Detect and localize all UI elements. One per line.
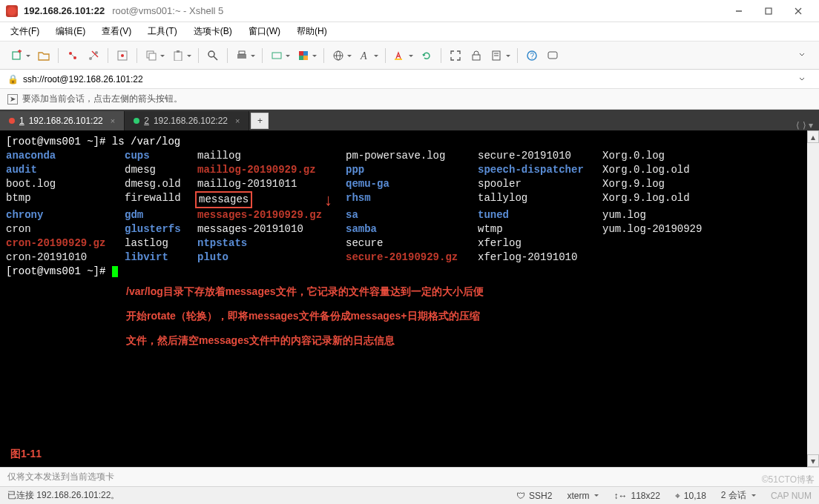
- compose-button[interactable]: [543, 46, 562, 65]
- status-sessions[interactable]: 2 会话: [721, 489, 756, 502]
- ls-row: cron-20190929.gzlastlogntpstatssecurexfe…: [6, 236, 801, 251]
- scroll-down-button[interactable]: ▾: [807, 454, 819, 467]
- menu-window[interactable]: 窗口(W): [246, 24, 283, 39]
- compose-bar[interactable]: 仅将文本发送到当前选项卡 ↕: [0, 467, 819, 486]
- ls-cell: Xorg.9.log.old: [602, 191, 690, 208]
- ls-cell: sa: [346, 208, 478, 222]
- svg-rect-40: [548, 52, 557, 59]
- status-protocol: 🛡SSH2: [516, 491, 552, 501]
- svg-rect-19: [177, 50, 180, 53]
- toolbar: A ?: [0, 42, 819, 70]
- prompt: [root@vms001 ~]#: [6, 136, 105, 147]
- separator: [198, 48, 199, 63]
- svg-rect-23: [239, 51, 245, 54]
- hintbar: ➤ 要添加当前会话，点击左侧的箭头按钮。: [0, 89, 819, 110]
- compose-resize-icon[interactable]: ↕: [807, 472, 812, 483]
- address-dropdown-button[interactable]: [792, 70, 812, 89]
- tab-add-button[interactable]: +: [251, 113, 269, 129]
- maximize-button[interactable]: [754, 1, 783, 21]
- tab-session-2[interactable]: 2 192.168.26.102:22 ×: [125, 111, 249, 130]
- ls-cell: yum.log-20190929: [602, 222, 702, 236]
- ls-cell: Xorg.0.log.old: [602, 163, 690, 177]
- figure-label: 图1-11: [10, 447, 42, 461]
- ls-row: chronygdmmessages-20190929.gzsatunedyum.…: [6, 208, 801, 222]
- fullscreen-button[interactable]: [446, 46, 465, 65]
- minimize-button[interactable]: [724, 1, 754, 21]
- svg-rect-27: [299, 56, 303, 60]
- svg-rect-34: [473, 55, 480, 60]
- tab-close-icon[interactable]: ×: [235, 116, 240, 125]
- annotation: /var/log目录下存放着messages文件，它记录的文件容量达到一定的大小…: [126, 285, 645, 358]
- compose-placeholder: 仅将文本发送到当前选项卡: [7, 471, 114, 483]
- paste-button[interactable]: [168, 46, 194, 65]
- tab-close-icon[interactable]: ×: [111, 116, 115, 125]
- properties-button[interactable]: [113, 46, 132, 65]
- ls-cell: maillog: [197, 149, 346, 163]
- log-button[interactable]: [487, 46, 513, 65]
- reconnect-button[interactable]: [63, 46, 82, 65]
- xftp-button[interactable]: [267, 46, 292, 65]
- arrow-icon[interactable]: ➤: [7, 94, 18, 105]
- scroll-track[interactable]: [807, 143, 819, 454]
- annotation-arrow-icon: ↓: [323, 194, 333, 208]
- tab-label: 192.168.26.101:22: [29, 116, 103, 126]
- menu-edit[interactable]: 编辑(E): [53, 24, 88, 39]
- copy-button[interactable]: [142, 46, 167, 65]
- scrollbar[interactable]: ▴ ▾: [807, 130, 819, 467]
- ls-cell: cron-20190929.gz: [6, 236, 125, 251]
- svg-rect-18: [174, 52, 182, 61]
- tab-nav-icon[interactable]: ⟨ ⟩ ▾: [790, 120, 819, 130]
- menu-tabs[interactable]: 选项卡(B): [191, 24, 235, 39]
- address-text[interactable]: ssh://root@192.168.26.101:22: [23, 74, 143, 84]
- ls-cell: wtmp: [478, 222, 602, 236]
- separator: [385, 48, 386, 63]
- refresh-button[interactable]: [417, 46, 436, 65]
- help-button[interactable]: ?: [522, 46, 542, 65]
- separator: [517, 48, 518, 63]
- svg-line-21: [214, 56, 217, 60]
- new-session-button[interactable]: [7, 46, 33, 65]
- status-cursor: ⌖ 10,18: [675, 491, 706, 501]
- open-button[interactable]: [34, 46, 53, 65]
- ls-cell: secure-20191010: [478, 149, 602, 163]
- ls-cell: dmesg: [125, 163, 197, 177]
- lock-button[interactable]: [467, 46, 486, 65]
- tab-session-1[interactable]: 1 192.168.26.101:22 ×: [0, 111, 125, 130]
- svg-text:A: A: [360, 50, 367, 62]
- ls-cell: maillog-20190929.gz: [197, 163, 346, 177]
- annotation-line-1: /var/log目录下存放着messages文件，它记录的文件容量达到一定的大小…: [126, 285, 645, 299]
- encoding-button[interactable]: [329, 46, 354, 65]
- status-connected: 已连接 192.168.26.101:22。: [7, 489, 119, 502]
- menu-file[interactable]: 文件(F): [7, 24, 42, 39]
- ls-cell: pluto: [197, 251, 346, 265]
- separator: [441, 48, 441, 63]
- menu-view[interactable]: 查看(V): [99, 24, 134, 39]
- disconnect-button[interactable]: [84, 46, 103, 65]
- prompt: [root@vms001 ~]#: [6, 265, 105, 277]
- title-suffix: root@vms001:~ - Xshell 5: [112, 5, 223, 16]
- ls-cell: Xorg.0.log: [602, 149, 665, 163]
- font-button[interactable]: A: [355, 46, 381, 65]
- svg-line-9: [71, 54, 74, 57]
- menu-help[interactable]: 帮助(H): [294, 24, 330, 39]
- highlight-button[interactable]: [390, 46, 415, 65]
- ls-cell: tallylog: [478, 191, 602, 208]
- menu-tools[interactable]: 工具(T): [145, 24, 180, 39]
- titlebar: 192.168.26.101:22 root@vms001:~ - Xshell…: [0, 0, 819, 22]
- close-button[interactable]: [783, 1, 813, 21]
- ls-cell: xferlog: [478, 236, 602, 251]
- find-button[interactable]: [203, 46, 223, 65]
- svg-rect-25: [299, 51, 303, 56]
- ls-cell: cups: [125, 149, 197, 163]
- terminal[interactable]: [root@vms001 ~]# ls /var/log anacondacup…: [0, 130, 807, 467]
- svg-rect-26: [303, 51, 308, 56]
- ls-row: anacondacupsmaillogpm-powersave.logsecur…: [6, 149, 801, 163]
- status-term[interactable]: xterm: [567, 491, 599, 501]
- status-size: ↕↔ 118x22: [614, 491, 660, 501]
- scroll-up-button[interactable]: ▴: [807, 130, 819, 143]
- ls-cell: tuned: [478, 208, 602, 222]
- print-button[interactable]: [232, 46, 257, 65]
- color-scheme-button[interactable]: [294, 46, 319, 65]
- toolbar-options-button[interactable]: [792, 46, 812, 65]
- svg-rect-1: [766, 8, 772, 14]
